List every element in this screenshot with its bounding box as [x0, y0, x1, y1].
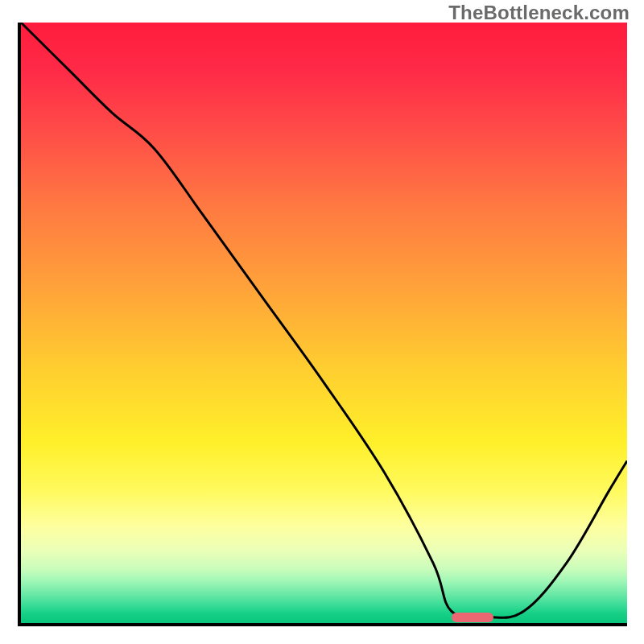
watermark-text: TheBottleneck.com — [448, 2, 630, 24]
optimal-range-marker — [452, 613, 494, 622]
chart-plot-area — [18, 23, 627, 626]
chart-curve — [21, 23, 627, 623]
